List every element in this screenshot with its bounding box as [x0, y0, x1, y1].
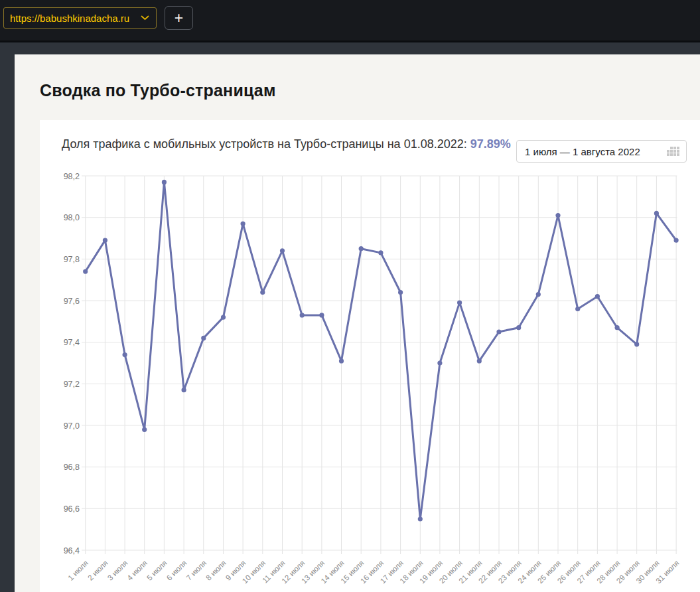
svg-text:1 июля: 1 июля: [66, 559, 90, 582]
data-point[interactable]: [398, 290, 403, 295]
svg-text:8 июля: 8 июля: [204, 559, 228, 582]
page-title: Сводка по Турбо-страницам: [40, 81, 276, 100]
chart-title: Доля трафика с мобильных устройств на Ту…: [62, 137, 511, 151]
data-point[interactable]: [241, 222, 245, 226]
svg-text:97,0: 97,0: [64, 421, 80, 431]
date-range-label: 1 июля — 1 августа 2022: [525, 146, 640, 157]
svg-text:2 июля: 2 июля: [86, 559, 109, 582]
svg-text:98,2: 98,2: [64, 172, 80, 181]
data-point[interactable]: [260, 290, 265, 295]
data-point[interactable]: [496, 329, 501, 334]
data-point[interactable]: [162, 180, 167, 185]
data-point[interactable]: [221, 315, 226, 320]
data-point[interactable]: [555, 213, 560, 218]
site-url-dropdown[interactable]: https://babushkinadacha.ru: [3, 7, 157, 29]
topbar-divider: [0, 40, 700, 42]
data-point[interactable]: [280, 248, 285, 253]
chart-current-value: 97.89%: [470, 137, 511, 151]
chart-svg[interactable]: 98,298,097,897,697,497,297,096,896,696,4…: [40, 120, 700, 592]
svg-text:97,4: 97,4: [64, 338, 80, 347]
site-url-label: https://babushkinadacha.ru: [10, 13, 129, 24]
data-point[interactable]: [103, 238, 107, 243]
svg-text:96,6: 96,6: [64, 504, 80, 514]
browser-top-bar: https://babushkinadacha.ru +: [0, 0, 700, 40]
data-point[interactable]: [674, 238, 679, 243]
svg-text:97,8: 97,8: [64, 255, 80, 264]
data-point[interactable]: [615, 325, 620, 330]
data-point[interactable]: [516, 325, 521, 330]
data-point[interactable]: [595, 294, 600, 299]
add-site-button[interactable]: +: [165, 6, 193, 30]
traffic-chart[interactable]: 98,298,097,897,697,497,297,096,896,696,4…: [40, 120, 700, 592]
svg-text:3 июля: 3 июля: [106, 559, 129, 582]
chart-title-text: Доля трафика с мобильных устройств на Ту…: [62, 137, 467, 151]
data-point[interactable]: [378, 250, 383, 255]
data-point[interactable]: [182, 388, 186, 392]
data-point[interactable]: [437, 360, 442, 365]
svg-text:7 июля: 7 июля: [184, 559, 208, 582]
svg-text:96,4: 96,4: [64, 546, 80, 555]
turbo-summary-card: 98,298,097,897,697,497,297,096,896,696,4…: [40, 120, 700, 592]
data-point[interactable]: [536, 292, 541, 297]
y-axis-labels: 98,298,097,897,697,497,297,096,896,696,4: [64, 172, 80, 555]
data-point[interactable]: [634, 342, 639, 346]
data-point[interactable]: [654, 211, 659, 216]
chevron-down-icon: [141, 15, 149, 21]
svg-text:97,6: 97,6: [64, 297, 80, 306]
data-point[interactable]: [477, 358, 482, 363]
data-point[interactable]: [319, 313, 324, 317]
svg-text:5 июля: 5 июля: [145, 559, 169, 582]
data-point[interactable]: [339, 358, 344, 363]
data-point[interactable]: [300, 313, 305, 317]
data-point[interactable]: [359, 246, 364, 251]
date-range-picker[interactable]: 1 июля — 1 августа 2022: [516, 140, 687, 163]
content-panel: Сводка по Турбо-страницам 98,298,097,897…: [15, 54, 700, 592]
svg-text:98,0: 98,0: [64, 213, 80, 222]
data-point[interactable]: [201, 336, 206, 340]
chart-grid: [82, 176, 677, 554]
x-axis-labels: 1 июля2 июля3 июля4 июля5 июля6 июля7 ию…: [66, 559, 680, 585]
data-point[interactable]: [142, 427, 147, 432]
data-point[interactable]: [457, 301, 462, 305]
svg-text:97,2: 97,2: [64, 380, 80, 389]
svg-text:4 июля: 4 июля: [125, 559, 149, 582]
data-point[interactable]: [123, 352, 127, 357]
data-point[interactable]: [83, 269, 88, 274]
svg-text:96,8: 96,8: [64, 463, 80, 472]
data-point[interactable]: [418, 516, 423, 521]
calendar-icon: [667, 147, 679, 156]
svg-text:6 июля: 6 июля: [165, 559, 188, 582]
data-point[interactable]: [575, 307, 580, 311]
